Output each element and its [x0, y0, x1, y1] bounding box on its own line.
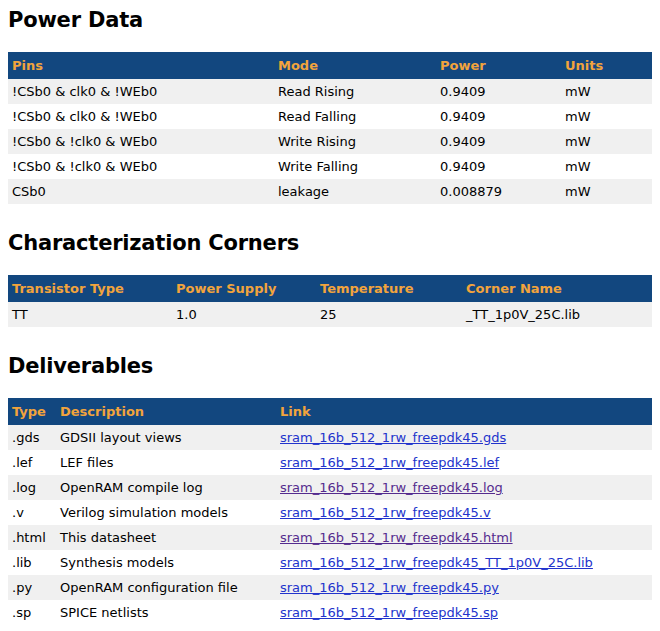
table-cell: mW [561, 129, 652, 154]
section-title-power-data: Power Data [8, 8, 652, 32]
table-cell: Synthesis models [56, 550, 276, 575]
file-link[interactable]: sram_16b_512_1rw_freepdk45.lef [280, 455, 499, 470]
file-link[interactable]: sram_16b_512_1rw_freepdk45.log [280, 480, 503, 495]
table-row: .gdsGDSII layout viewssram_16b_512_1rw_f… [8, 425, 652, 450]
section-title-deliverables: Deliverables [8, 354, 652, 378]
table-row: .lefLEF filessram_16b_512_1rw_freepdk45.… [8, 450, 652, 475]
table-cell: 0.9409 [436, 154, 561, 179]
table-cell: .gds [8, 425, 56, 450]
table-cell: .sp [8, 600, 56, 625]
column-header-link: Link [276, 398, 652, 425]
file-link[interactable]: sram_16b_512_1rw_freepdk45.html [280, 530, 513, 545]
table-row: CSb0leakage0.008879mW [8, 179, 652, 204]
table-row: .spSPICE netlistssram_16b_512_1rw_freepd… [8, 600, 652, 625]
table-cell: mW [561, 179, 652, 204]
table-cell: leakage [274, 179, 436, 204]
power-data-table: Pins Mode Power Units !CSb0 & clk0 & !WE… [8, 52, 652, 204]
table-cell: 1.0 [172, 302, 316, 327]
column-header-type: Type [8, 398, 56, 425]
table-cell: .lib [8, 550, 56, 575]
table-cell: .html [8, 525, 56, 550]
column-header-units: Units [561, 52, 652, 79]
table-row: TT1.025_TT_1p0V_25C.lib [8, 302, 652, 327]
table-row: !CSb0 & clk0 & !WEb0Read Falling0.9409mW [8, 104, 652, 129]
file-link[interactable]: sram_16b_512_1rw_freepdk45.gds [280, 430, 506, 445]
datasheet-page: Power Data Pins Mode Power Units !CSb0 &… [0, 0, 660, 631]
table-cell: OpenRAM configuration file [56, 575, 276, 600]
table-row: !CSb0 & !clk0 & WEb0Write Rising0.9409mW [8, 129, 652, 154]
deliverables-table-head: Type Description Link [8, 398, 652, 425]
table-cell: mW [561, 79, 652, 104]
file-link[interactable]: sram_16b_512_1rw_freepdk45_TT_1p0V_25C.l… [280, 555, 593, 570]
table-cell: 25 [316, 302, 462, 327]
column-header-description: Description [56, 398, 276, 425]
table-cell: Write Falling [274, 154, 436, 179]
link-cell: sram_16b_512_1rw_freepdk45.v [276, 500, 652, 525]
file-link[interactable]: sram_16b_512_1rw_freepdk45.sp [280, 605, 498, 620]
table-header-row: Transistor Type Power Supply Temperature… [8, 275, 652, 302]
table-cell: TT [8, 302, 172, 327]
power-table-head: Pins Mode Power Units [8, 52, 652, 79]
table-cell: This datasheet [56, 525, 276, 550]
link-cell: sram_16b_512_1rw_freepdk45.gds [276, 425, 652, 450]
link-cell: sram_16b_512_1rw_freepdk45.sp [276, 600, 652, 625]
link-cell: sram_16b_512_1rw_freepdk45.html [276, 525, 652, 550]
table-header-row: Type Description Link [8, 398, 652, 425]
column-header-mode: Mode [274, 52, 436, 79]
characterization-corners-table: Transistor Type Power Supply Temperature… [8, 275, 652, 327]
table-cell: LEF files [56, 450, 276, 475]
table-cell: Read Falling [274, 104, 436, 129]
column-header-power-supply: Power Supply [172, 275, 316, 302]
column-header-transistor-type: Transistor Type [8, 275, 172, 302]
table-cell: !CSb0 & !clk0 & WEb0 [8, 129, 274, 154]
power-table-body: !CSb0 & clk0 & !WEb0Read Rising0.9409mW!… [8, 79, 652, 204]
table-cell: mW [561, 154, 652, 179]
corners-table-head: Transistor Type Power Supply Temperature… [8, 275, 652, 302]
table-cell: _TT_1p0V_25C.lib [462, 302, 652, 327]
link-cell: sram_16b_512_1rw_freepdk45.lef [276, 450, 652, 475]
table-cell: .log [8, 475, 56, 500]
table-cell: .lef [8, 450, 56, 475]
corners-table-body: TT1.025_TT_1p0V_25C.lib [8, 302, 652, 327]
deliverables-table: Type Description Link .gdsGDSII layout v… [8, 398, 652, 625]
table-cell: Write Rising [274, 129, 436, 154]
table-cell: CSb0 [8, 179, 274, 204]
table-row: .libSynthesis modelssram_16b_512_1rw_fre… [8, 550, 652, 575]
column-header-pins: Pins [8, 52, 274, 79]
file-link[interactable]: sram_16b_512_1rw_freepdk45.v [280, 505, 491, 520]
table-cell: OpenRAM compile log [56, 475, 276, 500]
table-cell: 0.9409 [436, 79, 561, 104]
table-cell: !CSb0 & !clk0 & WEb0 [8, 154, 274, 179]
column-header-power: Power [436, 52, 561, 79]
table-cell: SPICE netlists [56, 600, 276, 625]
column-header-temperature: Temperature [316, 275, 462, 302]
table-cell: Verilog simulation models [56, 500, 276, 525]
table-row: .vVerilog simulation modelssram_16b_512_… [8, 500, 652, 525]
table-row: !CSb0 & !clk0 & WEb0Write Falling0.9409m… [8, 154, 652, 179]
table-row: .pyOpenRAM configuration filesram_16b_51… [8, 575, 652, 600]
table-cell: 0.9409 [436, 104, 561, 129]
link-cell: sram_16b_512_1rw_freepdk45_TT_1p0V_25C.l… [276, 550, 652, 575]
table-row: .htmlThis datasheetsram_16b_512_1rw_free… [8, 525, 652, 550]
link-cell: sram_16b_512_1rw_freepdk45.log [276, 475, 652, 500]
table-cell: 0.008879 [436, 179, 561, 204]
section-title-characterization-corners: Characterization Corners [8, 231, 652, 255]
table-cell: .py [8, 575, 56, 600]
table-cell: mW [561, 104, 652, 129]
table-cell: Read Rising [274, 79, 436, 104]
table-cell: .v [8, 500, 56, 525]
table-row: !CSb0 & clk0 & !WEb0Read Rising0.9409mW [8, 79, 652, 104]
table-cell: GDSII layout views [56, 425, 276, 450]
table-cell: !CSb0 & clk0 & !WEb0 [8, 104, 274, 129]
deliverables-table-body: .gdsGDSII layout viewssram_16b_512_1rw_f… [8, 425, 652, 625]
table-header-row: Pins Mode Power Units [8, 52, 652, 79]
file-link[interactable]: sram_16b_512_1rw_freepdk45.py [280, 580, 499, 595]
table-cell: 0.9409 [436, 129, 561, 154]
link-cell: sram_16b_512_1rw_freepdk45.py [276, 575, 652, 600]
table-row: .logOpenRAM compile logsram_16b_512_1rw_… [8, 475, 652, 500]
column-header-corner-name: Corner Name [462, 275, 652, 302]
table-cell: !CSb0 & clk0 & !WEb0 [8, 79, 274, 104]
